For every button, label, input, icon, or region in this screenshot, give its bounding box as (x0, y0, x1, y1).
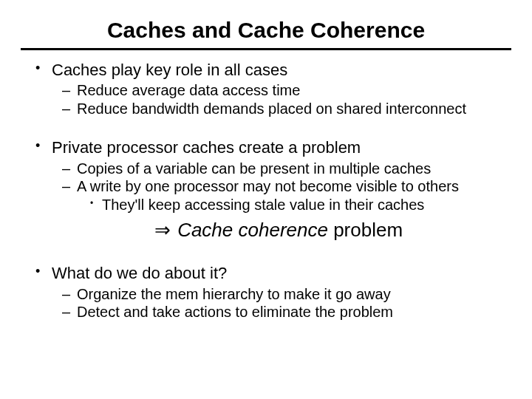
sub-item: Detect and take actions to eliminate the… (62, 303, 505, 321)
bullet-caches-role: Caches play key role in all cases Reduce… (34, 61, 505, 118)
sub-item: A write by one processor may not become … (62, 177, 505, 214)
sub-sub-text: They'll keep accessing stale value in th… (102, 197, 424, 213)
bullet-what-do-we-do: What do we do about it? Organize the mem… (34, 264, 505, 321)
bullet-text: Caches play key role in all cases (52, 61, 287, 79)
slide: Caches and Cache Coherence Caches play k… (0, 0, 532, 399)
sub-text: Reduce bandwidth demands placed on share… (77, 100, 466, 117)
implies-icon: ⇒ (154, 219, 172, 241)
sub-item: Reduce average data access time (62, 81, 505, 99)
sub-text: Detect and take actions to eliminate the… (77, 304, 393, 320)
bullet-text: Private processor caches create a proble… (52, 138, 361, 157)
sub-item: Copies of a variable can be present in m… (62, 160, 505, 177)
cache-coherence-callout: ⇒ Cache coherence problem (52, 218, 505, 243)
sub-item: Organize the mem hierarchy to make it go… (62, 285, 505, 303)
sub-text: A write by one processor may not become … (77, 178, 459, 194)
bullet-private-caches: Private processor caches create a proble… (34, 138, 505, 243)
sub-list: Organize the mem hierarchy to make it go… (52, 285, 505, 321)
callout-rest: problem (328, 219, 403, 241)
body-list: Caches play key role in all cases Reduce… (21, 61, 511, 321)
sub-item: Reduce bandwidth demands placed on share… (62, 100, 505, 117)
sub-text: Organize the mem hierarchy to make it go… (77, 286, 391, 302)
bullet-text: What do we do about it? (52, 264, 227, 282)
callout-emph: Cache coherence (177, 219, 328, 241)
sub-list: Copies of a variable can be present in m… (52, 160, 505, 214)
title-underline (21, 48, 511, 50)
sub-text: Copies of a variable can be present in m… (77, 160, 431, 177)
slide-title: Caches and Cache Coherence (21, 18, 511, 44)
sub-sub-item: They'll keep accessing stale value in th… (90, 196, 505, 214)
sub-sub-list: They'll keep accessing stale value in th… (77, 196, 505, 214)
sub-list: Reduce average data access time Reduce b… (52, 81, 505, 117)
sub-text: Reduce average data access time (77, 82, 300, 98)
